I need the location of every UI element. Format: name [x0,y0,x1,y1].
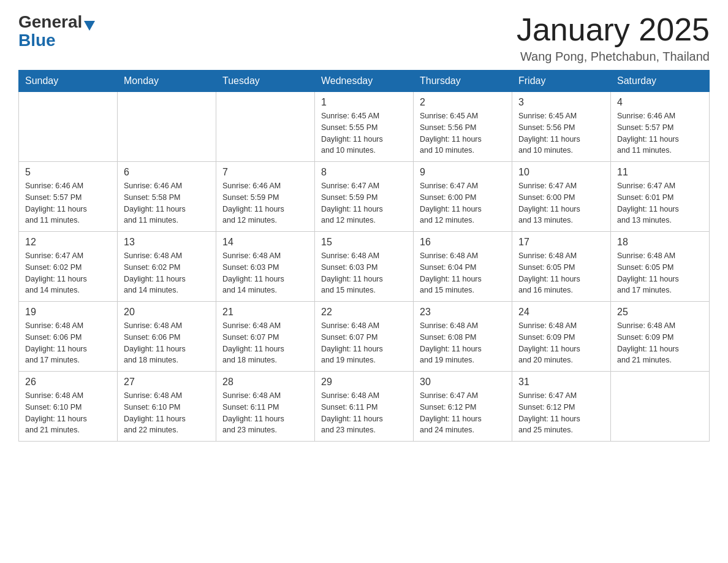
day-number: 25 [617,307,703,318]
day-info: Sunrise: 6:48 AM Sunset: 6:02 PM Dayligh… [124,250,210,296]
day-number: 31 [518,377,604,388]
calendar-day-cell: 12Sunrise: 6:47 AM Sunset: 6:02 PM Dayli… [19,232,118,302]
calendar-body: 1Sunrise: 6:45 AM Sunset: 5:55 PM Daylig… [19,92,710,442]
day-number: 17 [518,237,604,248]
day-info: Sunrise: 6:48 AM Sunset: 6:05 PM Dayligh… [518,250,604,296]
day-number: 19 [25,307,111,318]
calendar-header-cell: Sunday [19,71,118,92]
day-info: Sunrise: 6:48 AM Sunset: 6:04 PM Dayligh… [420,250,506,296]
day-info: Sunrise: 6:46 AM Sunset: 5:58 PM Dayligh… [124,180,210,226]
calendar-day-cell [216,92,315,162]
calendar-header-cell: Monday [118,71,216,92]
day-info: Sunrise: 6:48 AM Sunset: 6:11 PM Dayligh… [321,390,407,436]
calendar-day-cell: 14Sunrise: 6:48 AM Sunset: 6:03 PM Dayli… [216,232,315,302]
calendar-header-row: SundayMondayTuesdayWednesdayThursdayFrid… [19,71,710,92]
calendar-header-cell: Wednesday [315,71,414,92]
day-info: Sunrise: 6:47 AM Sunset: 6:00 PM Dayligh… [420,180,506,226]
calendar-day-cell: 27Sunrise: 6:48 AM Sunset: 6:10 PM Dayli… [118,372,216,442]
day-info: Sunrise: 6:47 AM Sunset: 6:12 PM Dayligh… [420,390,506,436]
calendar-week-row: 12Sunrise: 6:47 AM Sunset: 6:02 PM Dayli… [19,232,710,302]
day-number: 18 [617,237,703,248]
calendar-week-row: 26Sunrise: 6:48 AM Sunset: 6:10 PM Dayli… [19,372,710,442]
calendar-day-cell: 30Sunrise: 6:47 AM Sunset: 6:12 PM Dayli… [414,372,512,442]
page-title: January 2025 [517,12,710,47]
day-number: 24 [518,307,604,318]
day-info: Sunrise: 6:45 AM Sunset: 5:56 PM Dayligh… [518,110,604,156]
day-number: 16 [420,237,506,248]
day-number: 15 [321,237,407,248]
calendar-day-cell: 26Sunrise: 6:48 AM Sunset: 6:10 PM Dayli… [19,372,118,442]
calendar-day-cell: 17Sunrise: 6:48 AM Sunset: 6:05 PM Dayli… [512,232,611,302]
day-number: 11 [617,167,703,178]
day-info: Sunrise: 6:45 AM Sunset: 5:56 PM Dayligh… [420,110,506,156]
day-info: Sunrise: 6:48 AM Sunset: 6:10 PM Dayligh… [124,390,210,436]
day-number: 9 [420,167,506,178]
day-info: Sunrise: 6:47 AM Sunset: 6:12 PM Dayligh… [518,390,604,436]
calendar-day-cell: 24Sunrise: 6:48 AM Sunset: 6:09 PM Dayli… [512,302,611,372]
calendar-day-cell: 31Sunrise: 6:47 AM Sunset: 6:12 PM Dayli… [512,372,611,442]
calendar-header-cell: Tuesday [216,71,315,92]
calendar-day-cell: 10Sunrise: 6:47 AM Sunset: 6:00 PM Dayli… [512,162,611,232]
day-number: 8 [321,167,407,178]
calendar-day-cell: 25Sunrise: 6:48 AM Sunset: 6:09 PM Dayli… [611,302,710,372]
day-info: Sunrise: 6:48 AM Sunset: 6:06 PM Dayligh… [25,320,111,366]
logo-triangle-icon [84,21,95,31]
calendar-day-cell: 28Sunrise: 6:48 AM Sunset: 6:11 PM Dayli… [216,372,315,442]
day-number: 12 [25,237,111,248]
calendar-header: SundayMondayTuesdayWednesdayThursdayFrid… [19,71,710,92]
calendar-day-cell: 16Sunrise: 6:48 AM Sunset: 6:04 PM Dayli… [414,232,512,302]
day-number: 7 [222,167,308,178]
calendar-week-row: 19Sunrise: 6:48 AM Sunset: 6:06 PM Dayli… [19,302,710,372]
day-info: Sunrise: 6:45 AM Sunset: 5:55 PM Dayligh… [321,110,407,156]
logo: General Blue [18,12,95,50]
calendar-day-cell: 20Sunrise: 6:48 AM Sunset: 6:06 PM Dayli… [118,302,216,372]
day-number: 2 [420,97,506,108]
day-number: 1 [321,97,407,108]
day-number: 26 [25,377,111,388]
calendar-day-cell: 6Sunrise: 6:46 AM Sunset: 5:58 PM Daylig… [118,162,216,232]
calendar-header-cell: Thursday [414,71,512,92]
day-info: Sunrise: 6:48 AM Sunset: 6:03 PM Dayligh… [321,250,407,296]
day-info: Sunrise: 6:47 AM Sunset: 6:01 PM Dayligh… [617,180,703,226]
day-number: 3 [518,97,604,108]
day-number: 14 [222,237,308,248]
calendar-day-cell: 9Sunrise: 6:47 AM Sunset: 6:00 PM Daylig… [414,162,512,232]
day-number: 30 [420,377,506,388]
calendar-header-cell: Saturday [611,71,710,92]
calendar-day-cell: 8Sunrise: 6:47 AM Sunset: 5:59 PM Daylig… [315,162,414,232]
day-number: 5 [25,167,111,178]
day-number: 21 [222,307,308,318]
calendar-day-cell: 3Sunrise: 6:45 AM Sunset: 5:56 PM Daylig… [512,92,611,162]
logo-blue: Blue [18,31,56,50]
day-info: Sunrise: 6:48 AM Sunset: 6:06 PM Dayligh… [124,320,210,366]
day-number: 6 [124,167,210,178]
calendar-table: SundayMondayTuesdayWednesdayThursdayFrid… [18,70,710,442]
day-info: Sunrise: 6:48 AM Sunset: 6:07 PM Dayligh… [321,320,407,366]
page-header: General Blue January 2025 Wang Pong, Phe… [18,12,710,64]
calendar-header-cell: Friday [512,71,611,92]
calendar-day-cell: 2Sunrise: 6:45 AM Sunset: 5:56 PM Daylig… [414,92,512,162]
calendar-day-cell: 19Sunrise: 6:48 AM Sunset: 6:06 PM Dayli… [19,302,118,372]
day-info: Sunrise: 6:48 AM Sunset: 6:05 PM Dayligh… [617,250,703,296]
day-number: 4 [617,97,703,108]
calendar-week-row: 5Sunrise: 6:46 AM Sunset: 5:57 PM Daylig… [19,162,710,232]
day-info: Sunrise: 6:47 AM Sunset: 5:59 PM Dayligh… [321,180,407,226]
page-subtitle: Wang Pong, Phetchabun, Thailand [517,50,710,64]
calendar-day-cell: 1Sunrise: 6:45 AM Sunset: 5:55 PM Daylig… [315,92,414,162]
calendar-day-cell: 22Sunrise: 6:48 AM Sunset: 6:07 PM Dayli… [315,302,414,372]
title-section: January 2025 Wang Pong, Phetchabun, Thai… [517,12,710,64]
day-info: Sunrise: 6:47 AM Sunset: 6:02 PM Dayligh… [25,250,111,296]
calendar-day-cell: 18Sunrise: 6:48 AM Sunset: 6:05 PM Dayli… [611,232,710,302]
logo-general: General [18,12,82,32]
calendar-day-cell: 5Sunrise: 6:46 AM Sunset: 5:57 PM Daylig… [19,162,118,232]
day-info: Sunrise: 6:46 AM Sunset: 5:57 PM Dayligh… [617,110,703,156]
day-number: 22 [321,307,407,318]
calendar-day-cell: 4Sunrise: 6:46 AM Sunset: 5:57 PM Daylig… [611,92,710,162]
day-number: 28 [222,377,308,388]
calendar-day-cell [611,372,710,442]
calendar-day-cell: 13Sunrise: 6:48 AM Sunset: 6:02 PM Dayli… [118,232,216,302]
day-number: 27 [124,377,210,388]
calendar-day-cell: 15Sunrise: 6:48 AM Sunset: 6:03 PM Dayli… [315,232,414,302]
day-info: Sunrise: 6:48 AM Sunset: 6:10 PM Dayligh… [25,390,111,436]
day-info: Sunrise: 6:48 AM Sunset: 6:03 PM Dayligh… [222,250,308,296]
